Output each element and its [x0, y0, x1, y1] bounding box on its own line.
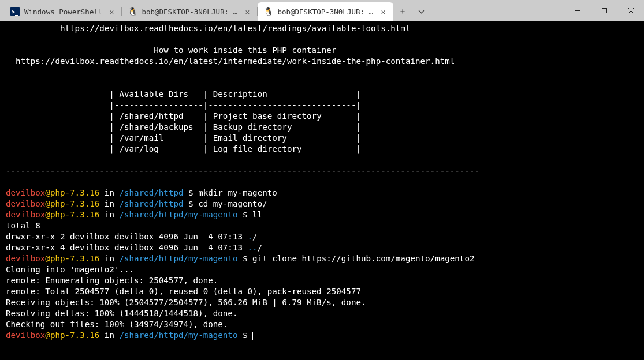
- new-tab-button[interactable]: ＋: [393, 2, 412, 21]
- window-controls: [564, 0, 644, 21]
- close-icon[interactable]: ✕: [378, 7, 388, 16]
- tab-label: bob@DESKTOP-3N0LJUB: ~/de: [142, 7, 238, 16]
- prompt-user: devilbox: [6, 199, 45, 208]
- prompt-host: @php-7.3.16: [45, 254, 99, 263]
- table-row: | /shared/backups | Backup directory |: [6, 122, 361, 132]
- line: Cloning into 'magento2'...: [6, 265, 134, 274]
- cursor: [252, 332, 253, 340]
- prompt-host: @php-7.3.16: [45, 210, 99, 219]
- prompt-path: /shared/httpd: [119, 188, 183, 197]
- table-row: | /shared/httpd | Project base directory…: [6, 111, 361, 121]
- command: cd my-magento/: [198, 199, 267, 208]
- prompt-host: @php-7.3.16: [45, 199, 99, 208]
- close-button[interactable]: [617, 0, 644, 21]
- prompt-line: devilbox@php-7.3.16 in /shared/httpd/my-…: [6, 331, 253, 340]
- line: drwxr-xr-x 4 devilbox devilbox 4096 Jun …: [6, 243, 262, 252]
- prompt-line: devilbox@php-7.3.16 in /shared/httpd/my-…: [6, 210, 262, 219]
- tab-strip: >_ Windows PowerShell ✕ 🐧 bob@DESKTOP-3N…: [0, 0, 430, 21]
- prompt-host: @php-7.3.16: [45, 188, 99, 197]
- close-icon[interactable]: ✕: [107, 7, 116, 16]
- tab-label: bob@DESKTOP-3N0LJUB: ~/de: [277, 7, 374, 16]
- tab-label: Windows PowerShell: [24, 7, 102, 16]
- line: Resolving deltas: 100% (1444518/1444518)…: [6, 309, 237, 318]
- svg-rect-1: [602, 8, 606, 13]
- prompt-user: devilbox: [6, 210, 45, 219]
- line: Checking out files: 100% (34974/34974), …: [6, 320, 228, 329]
- prompt-path: /shared/httpd/my-magento: [119, 331, 237, 340]
- line: total 8: [6, 221, 40, 230]
- maximize-icon: [601, 7, 608, 14]
- table-row: | Available Dirs | Description |: [6, 89, 361, 99]
- table-row: | /var/log | Log file directory |: [6, 144, 361, 153]
- line: drwxr-xr-x 2 devilbox devilbox 4096 Jun …: [6, 232, 258, 241]
- tab-linux-1[interactable]: 🐧 bob@DESKTOP-3N0LJUB: ~/de ✕: [122, 2, 258, 21]
- chevron-down-icon: [418, 9, 425, 15]
- minimize-button[interactable]: [564, 0, 591, 21]
- tux-icon: 🐧: [128, 7, 137, 16]
- close-icon[interactable]: ✕: [243, 7, 252, 16]
- powershell-icon: >_: [10, 7, 20, 16]
- table-row: | /var/mail | Email directory |: [6, 133, 361, 142]
- prompt-user: devilbox: [6, 188, 45, 197]
- prompt-host: @php-7.3.16: [45, 331, 99, 340]
- prompt-path: /shared/httpd: [119, 199, 183, 208]
- terminal-output[interactable]: https://devilbox.readthedocs.io/en/lates…: [0, 21, 644, 360]
- table-row: |------------------|--------------------…: [6, 100, 361, 110]
- tux-icon: 🐧: [263, 7, 273, 16]
- window-titlebar: >_ Windows PowerShell ✕ 🐧 bob@DESKTOP-3N…: [0, 0, 644, 21]
- line: remote: Total 2504577 (delta 0), reused …: [6, 287, 361, 296]
- maximize-button[interactable]: [591, 0, 617, 21]
- command: ll: [252, 210, 262, 219]
- command: mkdir my-magento: [198, 188, 277, 197]
- prompt-user: devilbox: [6, 331, 45, 340]
- close-icon: [628, 7, 634, 14]
- line: https://devilbox.readthedocs.io/en/lates…: [6, 24, 410, 33]
- tab-linux-2[interactable]: 🐧 bob@DESKTOP-3N0LJUB: ~/de ✕: [258, 2, 393, 21]
- tab-powershell[interactable]: >_ Windows PowerShell ✕: [5, 2, 122, 21]
- prompt-user: devilbox: [6, 254, 45, 263]
- command: git clone https://github.com/magento/mag…: [252, 254, 474, 263]
- line: Receiving objects: 100% (2504577/2504577…: [6, 298, 366, 307]
- prompt-line: devilbox@php-7.3.16 in /shared/httpd $ m…: [6, 188, 277, 197]
- tab-dropdown-button[interactable]: [412, 2, 430, 21]
- line: remote: Enumerating objects: 2504577, do…: [6, 276, 218, 285]
- line: https://devilbox.readthedocs.io/en/lates…: [6, 57, 455, 66]
- line: ----------------------------------------…: [6, 166, 479, 175]
- prompt-path: /shared/httpd/my-magento: [119, 254, 237, 263]
- minimize-icon: [575, 7, 581, 14]
- prompt-path: /shared/httpd/my-magento: [119, 210, 237, 219]
- prompt-line: devilbox@php-7.3.16 in /shared/httpd $ c…: [6, 199, 267, 208]
- line: How to work inside this PHP container: [6, 46, 336, 55]
- prompt-line: devilbox@php-7.3.16 in /shared/httpd/my-…: [6, 254, 474, 263]
